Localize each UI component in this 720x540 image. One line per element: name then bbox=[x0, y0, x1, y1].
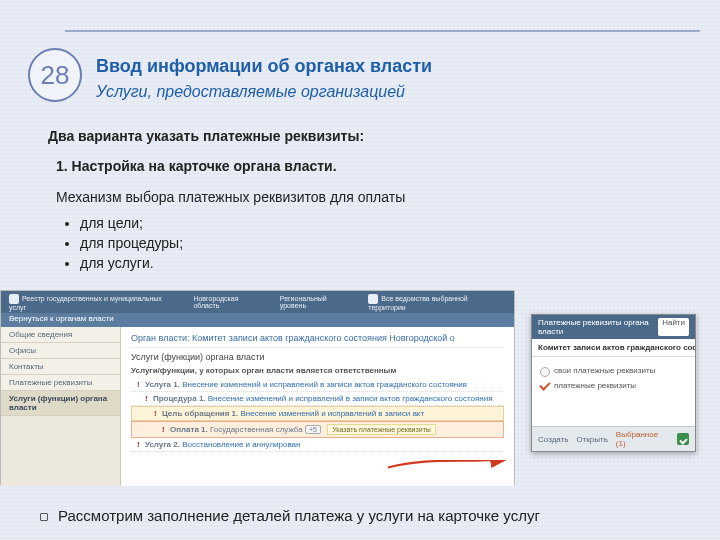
page-subtitle: Услуги, предоставляемые организацией bbox=[96, 83, 700, 101]
sidebar-item-active[interactable]: Услуги (функции) органа власти bbox=[1, 391, 120, 416]
count-badge[interactable]: +5 bbox=[305, 425, 321, 434]
dialog-header: Платежные реквизиты органа власти Найти bbox=[532, 315, 695, 339]
row-marker: ! bbox=[137, 380, 140, 389]
tooltip: Указать платежные реквизиты bbox=[327, 424, 436, 435]
row-link[interactable]: Восстановление и аннулирован bbox=[182, 440, 300, 449]
bullet-item: для цели; bbox=[80, 213, 692, 233]
dialog-footer: Создать Открыть Выбранное (1) bbox=[532, 426, 695, 451]
list-row: ! Услуга 2. Восстановление и аннулирован bbox=[131, 438, 504, 452]
dialog-selected[interactable]: Выбранное (1) bbox=[616, 430, 669, 448]
region-label: Новгородская область bbox=[193, 295, 265, 309]
screenshot-mock: Реестр государственных и муниципальных у… bbox=[0, 290, 720, 485]
list-row: ! Процедура 1. Внесение изменений и испр… bbox=[131, 392, 504, 406]
bullet-list: для цели; для процедуры; для услуги. bbox=[76, 213, 692, 274]
back-link[interactable]: Вернуться к органам власти bbox=[1, 313, 514, 327]
list-row-highlighted: ! Цель обращения 1. Внесение изменений и… bbox=[131, 406, 504, 421]
app-window: Реестр государственных и муниципальных у… bbox=[0, 290, 515, 485]
dialog-subheader: Комитет записи актов гражданского состоя… bbox=[532, 339, 695, 357]
dialog-create[interactable]: Создать bbox=[538, 435, 568, 444]
confirm-icon[interactable] bbox=[677, 433, 689, 445]
row-text: Государственная служба bbox=[210, 425, 303, 434]
main-panel: Орган власти: Комитет записи актов гражд… bbox=[121, 327, 514, 486]
page-title: Ввод информации об органах власти bbox=[96, 56, 700, 77]
row-link[interactable]: Внесение изменений и исправлений в запис… bbox=[208, 394, 493, 403]
bullet-item: для процедуры; bbox=[80, 233, 692, 253]
app-topbar: Реестр государственных и муниципальных у… bbox=[1, 291, 514, 313]
dialog-open[interactable]: Открыть bbox=[576, 435, 607, 444]
intro-text: Два варианта указать платежные реквизиты… bbox=[48, 128, 692, 144]
header: Ввод информации об органах власти Услуги… bbox=[96, 56, 700, 101]
sidebar-item[interactable]: Офисы bbox=[1, 343, 120, 359]
row-link[interactable]: Внесение изменений и исправлений в запис… bbox=[182, 380, 467, 389]
dialog-search[interactable]: Найти bbox=[658, 318, 689, 336]
section-heading: Услуги (функции) органа власти bbox=[131, 347, 504, 362]
content: Два варианта указать платежные реквизиты… bbox=[48, 128, 692, 274]
breadcrumb: Орган власти: Комитет записи актов гражд… bbox=[131, 333, 504, 343]
dialog-body: свои платежные реквизиты платежные рекви… bbox=[532, 357, 695, 399]
top-rule bbox=[65, 30, 700, 32]
depts-label: Все ведомства выбранной территории bbox=[368, 294, 506, 311]
row-link[interactable]: Внесение изменений и исправлений в запис… bbox=[240, 409, 424, 418]
dialog-option-checked[interactable]: платежные реквизиты bbox=[540, 378, 687, 393]
sidebar-item[interactable]: Контакты bbox=[1, 359, 120, 375]
sidebar: Общие сведения Офисы Контакты Платежные … bbox=[1, 327, 121, 486]
app-body: Общие сведения Офисы Контакты Платежные … bbox=[1, 327, 514, 486]
section-subheading: Услуги/функции, у которых орган власти я… bbox=[131, 366, 504, 375]
list-row-highlighted: ! Оплата 1. Государственная служба +5 Ук… bbox=[131, 421, 504, 438]
sidebar-item[interactable]: Общие сведения bbox=[1, 327, 120, 343]
numbered-item: 1. Настройка на карточке органа власти. bbox=[56, 158, 692, 174]
sidebar-item[interactable]: Платежные реквизиты bbox=[1, 375, 120, 391]
slide-number: 28 bbox=[28, 48, 82, 102]
list-row: ! Услуга 1. Внесение изменений и исправл… bbox=[131, 378, 504, 392]
footer-note: Рассмотрим заполнение деталей платежа у … bbox=[40, 507, 700, 524]
dialog-option[interactable]: свои платежные реквизиты bbox=[540, 363, 687, 378]
footer-bullet-icon bbox=[40, 513, 48, 521]
paragraph: Механизм выбора платежных реквизитов для… bbox=[56, 188, 692, 207]
level-label: Региональный уровень bbox=[280, 295, 355, 309]
app-logo: Реестр государственных и муниципальных у… bbox=[9, 294, 179, 311]
dialog-window: Платежные реквизиты органа власти Найти … bbox=[531, 314, 696, 452]
bullet-item: для услуги. bbox=[80, 253, 692, 273]
